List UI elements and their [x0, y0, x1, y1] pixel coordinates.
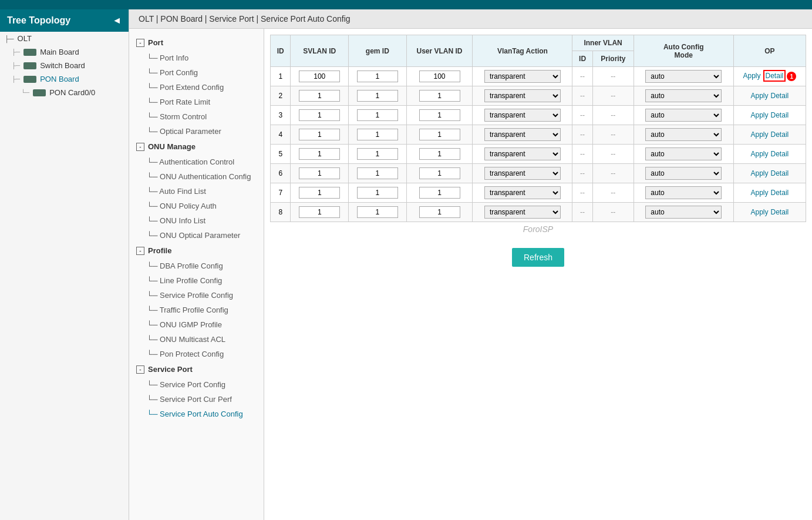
nav-service-port-config[interactable]: └─ Service Port Config [129, 377, 264, 392]
vlantag-action-select[interactable]: transparenttranslatestacking [484, 206, 561, 219]
auto-config-mode-select[interactable]: automanual [645, 206, 722, 219]
nav-service-port-auto-config[interactable]: └─ Service Port Auto Config [129, 407, 264, 421]
row-op: ApplyDetail [733, 106, 806, 125]
nav-storm-control[interactable]: └─ Storm Control [129, 109, 264, 124]
vlantag-action-select[interactable]: transparenttranslatestacking [484, 167, 561, 180]
gem-id-input[interactable] [357, 129, 398, 140]
user-vlan-id-input[interactable] [419, 148, 460, 160]
section-onu-manage[interactable]: - ONU Manage [129, 139, 264, 155]
detail-link[interactable]: Detail [771, 169, 789, 177]
vlantag-action-select[interactable]: transparenttranslatestacking [484, 89, 561, 102]
apply-link[interactable]: Apply [751, 150, 769, 158]
gem-id-input[interactable] [357, 148, 398, 160]
nav-port-extend-config[interactable]: └─ Port Extend Config [129, 80, 264, 95]
svlan-id-input[interactable] [299, 148, 340, 160]
vlantag-action-select[interactable]: transparenttranslatestacking [484, 186, 561, 199]
apply-link[interactable]: Apply [751, 111, 769, 119]
nav-auth-control[interactable]: └─ Authentication Control [129, 155, 264, 169]
apply-link[interactable]: Apply [751, 189, 769, 197]
user-vlan-id-input[interactable] [419, 129, 460, 140]
vlantag-action-select[interactable]: transparenttranslatestacking [484, 147, 561, 160]
gem-id-input[interactable] [357, 109, 398, 121]
detail-link[interactable]: Detail [771, 111, 789, 119]
gem-id-input[interactable] [357, 187, 398, 199]
nav-dba-profile[interactable]: └─ DBA Profile Config [129, 259, 264, 273]
user-vlan-id-input[interactable] [419, 206, 460, 218]
detail-link[interactable]: Detail [771, 130, 789, 139]
apply-link[interactable]: Apply [743, 72, 761, 80]
svlan-id-input[interactable] [299, 109, 340, 121]
apply-link[interactable]: Apply [751, 169, 769, 177]
user-vlan-id-input[interactable] [419, 90, 460, 102]
section-port[interactable]: - Port [129, 35, 264, 51]
sidebar-item-olt[interactable]: ├─ OLT [0, 32, 129, 45]
nav-service-profile[interactable]: └─ Service Profile Config [129, 288, 264, 303]
inner-vlan-priority: -- [592, 125, 634, 145]
nav-auto-find-list[interactable]: └─ Auto Find List [129, 184, 264, 199]
row-op: ApplyDetail [733, 86, 806, 106]
user-vlan-id-input[interactable] [419, 109, 460, 121]
auto-config-mode-select[interactable]: automanual [645, 147, 722, 160]
svlan-id-input[interactable] [299, 129, 340, 140]
table-row: 6transparenttranslatestacking----automan… [271, 164, 806, 183]
svlan-id-input[interactable] [299, 167, 340, 179]
auto-config-mode-select[interactable]: automanual [645, 109, 722, 122]
apply-link[interactable]: Apply [751, 130, 769, 139]
user-vlan-id-input[interactable] [419, 167, 460, 179]
detail-link[interactable]: Detail [771, 189, 789, 197]
svlan-id-input[interactable] [299, 90, 340, 102]
detail-link[interactable]: Detail [771, 92, 789, 100]
inner-vlan-priority: -- [592, 183, 634, 203]
nav-traffic-profile[interactable]: └─ Traffic Profile Config [129, 303, 264, 317]
sidebar-item-main-board[interactable]: ├─ Main Board [0, 45, 129, 59]
table-row: 5transparenttranslatestacking----automan… [271, 145, 806, 164]
auto-config-mode-select[interactable]: automanual [645, 70, 722, 83]
nav-onu-igmp-profile[interactable]: └─ ONU IGMP Profile [129, 317, 264, 332]
detail-link[interactable]: Detail [763, 70, 786, 82]
sidebar-item-pon-board[interactable]: ├─ PON Board [0, 72, 129, 86]
nav-port-config[interactable]: └─ Port Config [129, 65, 264, 80]
gem-id-input[interactable] [357, 90, 398, 102]
auto-config-mode-select[interactable]: automanual [645, 89, 722, 102]
section-port-toggle[interactable]: - [136, 39, 144, 47]
nav-onu-optical-param[interactable]: └─ ONU Optical Parameter [129, 228, 264, 243]
nav-onu-info-list[interactable]: └─ ONU Info List [129, 213, 264, 228]
nav-onu-policy-auth[interactable]: └─ ONU Policy Auth [129, 199, 264, 213]
nav-pon-protect-config[interactable]: └─ Pon Protect Config [129, 347, 264, 361]
section-onu-label: ONU Manage [148, 142, 196, 151]
gem-id-input[interactable] [357, 167, 398, 179]
nav-optical-parameter[interactable]: └─ Optical Parameter [129, 124, 264, 139]
user-vlan-id-input[interactable] [419, 71, 460, 82]
section-profile-toggle[interactable]: - [136, 247, 144, 255]
sidebar-toggle-icon[interactable]: ◄ [112, 15, 122, 26]
auto-config-mode-select[interactable]: automanual [645, 186, 722, 199]
gem-id-input[interactable] [357, 71, 398, 82]
svlan-id-input[interactable] [299, 187, 340, 199]
auto-config-mode-select[interactable]: automanual [645, 128, 722, 141]
nav-port-rate-limit[interactable]: └─ Port Rate Limit [129, 95, 264, 109]
vlantag-action-select[interactable]: transparenttranslatestacking [484, 70, 561, 83]
section-service-toggle[interactable]: - [136, 365, 144, 374]
svlan-id-input[interactable] [299, 71, 340, 82]
detail-link[interactable]: Detail [771, 208, 789, 216]
apply-link[interactable]: Apply [751, 92, 769, 100]
nav-onu-auth-config[interactable]: └─ ONU Authentication Config [129, 169, 264, 184]
nav-line-profile[interactable]: └─ Line Profile Config [129, 273, 264, 288]
nav-onu-multicast-acl[interactable]: └─ ONU Multicast ACL [129, 332, 264, 347]
sidebar-item-switch-board[interactable]: ├─ Switch Board [0, 59, 129, 72]
section-service-port[interactable]: - Service Port [129, 361, 264, 377]
section-profile[interactable]: - Profile [129, 243, 264, 259]
gem-id-input[interactable] [357, 206, 398, 218]
apply-link[interactable]: Apply [751, 208, 769, 216]
nav-service-port-cur-perf[interactable]: └─ Service Port Cur Perf [129, 392, 264, 407]
detail-link[interactable]: Detail [771, 150, 789, 158]
auto-config-mode-select[interactable]: automanual [645, 167, 722, 180]
refresh-button[interactable]: Refresh [512, 248, 564, 267]
sidebar-item-pon-card[interactable]: └─ PON Card0/0 [0, 86, 129, 99]
vlantag-action-select[interactable]: transparenttranslatestacking [484, 109, 561, 122]
nav-port-info[interactable]: └─ Port Info [129, 51, 264, 65]
user-vlan-id-input[interactable] [419, 187, 460, 199]
section-onu-toggle[interactable]: - [136, 143, 144, 151]
svlan-id-input[interactable] [299, 206, 340, 218]
vlantag-action-select[interactable]: transparenttranslatestacking [484, 128, 561, 141]
